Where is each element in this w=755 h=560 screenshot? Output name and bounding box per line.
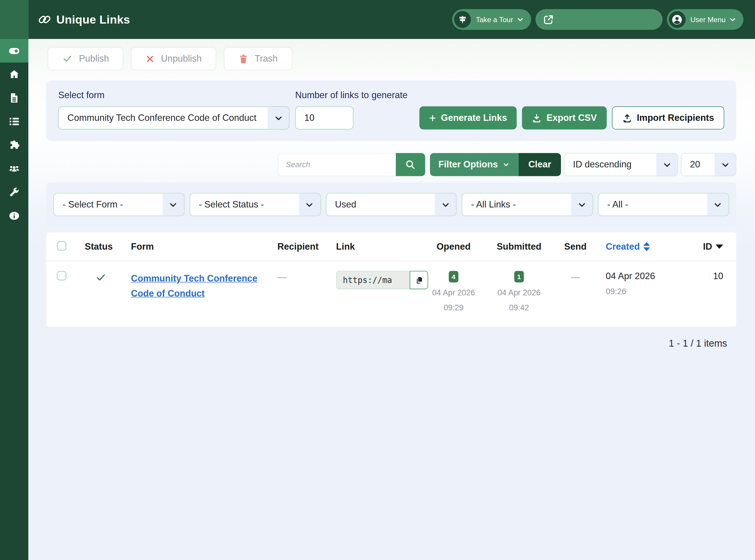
import-recipients-label: Import Recipients [637, 113, 714, 123]
chevron-down-icon [516, 15, 524, 24]
created-date: 04 Apr 2026 [606, 271, 679, 281]
filter-used-select[interactable]: Used [326, 193, 457, 216]
form-link[interactable]: Community Tech Conference Code of Conduc… [131, 271, 277, 301]
page-size-select[interactable]: 20 [681, 153, 736, 176]
chevron-down-icon [299, 193, 320, 216]
sidebar-item-forms[interactable] [0, 86, 28, 109]
sidebar-item-addons[interactable] [0, 133, 28, 157]
col-id-label: ID [703, 241, 712, 252]
sidebar-item-users[interactable] [0, 157, 28, 180]
export-csv-button[interactable]: Export CSV [522, 106, 607, 129]
col-created-sort[interactable]: Created [596, 241, 679, 252]
submitted-count-badge: 1 [514, 271, 524, 282]
caret-down-icon [715, 244, 723, 249]
created-time: 09:26 [606, 287, 679, 297]
sort-icon [643, 242, 650, 251]
search-button[interactable] [395, 153, 425, 176]
chevron-down-icon [502, 161, 510, 168]
search-icon [404, 159, 416, 171]
link-chain-icon [38, 13, 51, 26]
col-form: Form [131, 241, 277, 252]
filter-status-value: - Select Status - [199, 199, 264, 210]
home-icon [8, 69, 20, 80]
filter-all-select[interactable]: - All - [598, 193, 729, 216]
opened-count-badge: 4 [449, 271, 458, 282]
trash-icon [238, 54, 248, 64]
search-input[interactable] [277, 153, 395, 176]
select-all-checkbox[interactable] [57, 241, 67, 251]
user-menu-button[interactable]: User Menu [667, 9, 743, 30]
sidebar-item-home[interactable] [0, 62, 28, 86]
filter-status-select[interactable]: - Select Status - [190, 193, 321, 216]
chevron-down-icon [571, 193, 593, 216]
export-csv-label: Export CSV [546, 113, 597, 123]
form-select[interactable]: Community Tech Conference Code of Conduc… [58, 106, 290, 129]
page-title: Unique Links [56, 13, 130, 26]
filter-form-select[interactable]: - Select Form - [53, 193, 184, 216]
status-published-check-icon [95, 272, 131, 283]
page-size-value: 20 [690, 159, 700, 170]
document-icon [8, 92, 20, 103]
wrench-icon [8, 186, 20, 198]
publish-button[interactable]: Publish [48, 47, 123, 70]
import-recipients-button[interactable]: Import Recipients [612, 106, 724, 129]
link-url: https://ma [336, 271, 410, 289]
info-icon [8, 210, 20, 221]
content-area: Publish Unpublish Trash [28, 39, 755, 560]
col-send: Send [555, 241, 596, 252]
trash-button[interactable]: Trash [224, 47, 292, 70]
user-menu-label: User Menu [691, 15, 726, 24]
take-a-tour-label: Take a Tour [476, 15, 513, 24]
number-of-links-input[interactable] [295, 106, 354, 129]
list-icon [8, 116, 20, 127]
copy-icon [414, 276, 424, 285]
external-link-icon [542, 14, 554, 25]
filter-options-button[interactable]: Filter Options [430, 153, 519, 176]
sidebar-logo-square [0, 0, 28, 39]
sort-order-select[interactable]: ID descending [564, 153, 678, 176]
unpublish-button[interactable]: Unpublish [131, 47, 216, 70]
col-opened: Opened [424, 241, 483, 252]
unpublish-label: Unpublish [161, 53, 202, 64]
download-icon [531, 113, 541, 123]
link-widget: https://ma [336, 271, 428, 289]
trash-label: Trash [254, 53, 277, 64]
open-form-button[interactable] [535, 9, 662, 30]
submitted-cell: 1 04 Apr 2026 09:42 [483, 271, 555, 312]
take-a-tour-button[interactable]: Take a Tour [452, 9, 531, 30]
chevron-down-icon [268, 107, 289, 129]
users-icon [8, 163, 20, 174]
filter-links-select[interactable]: - All Links - [462, 193, 593, 216]
chevron-down-icon [729, 15, 737, 24]
col-submitted: Submitted [483, 241, 555, 252]
select-form-label: Select form [58, 90, 290, 100]
send-value: — [555, 272, 596, 282]
sidebar-item-info[interactable] [0, 204, 28, 227]
sidebar-item-tools[interactable] [0, 180, 28, 204]
col-status: Status [85, 241, 131, 252]
clear-filters-button[interactable]: Clear [519, 153, 561, 176]
filter-form-value: - Select Form - [62, 199, 123, 210]
bulk-actions-row: Publish Unpublish Trash [28, 39, 755, 70]
sidebar-item-unique-links[interactable] [0, 39, 28, 62]
chevron-down-icon [715, 154, 736, 176]
upload-icon [622, 113, 632, 123]
col-id-sort[interactable]: ID [703, 241, 723, 252]
row-checkbox[interactable] [57, 271, 67, 281]
plus-icon: + [429, 112, 436, 124]
user-avatar-icon [669, 11, 685, 28]
top-header: Unique Links Take a Tour [28, 0, 755, 39]
created-cell: 04 Apr 2026 09:26 [596, 271, 679, 297]
submitted-date: 04 Apr 2026 [498, 288, 540, 297]
col-link: Link [336, 241, 424, 252]
opened-date: 04 Apr 2026 [432, 288, 475, 297]
filter-all-value: - All - [607, 199, 628, 210]
unique-links-app: Unique Links Take a Tour [0, 0, 755, 560]
brand: Unique Links [38, 13, 130, 26]
opened-time: 09:29 [444, 303, 463, 313]
generate-links-button[interactable]: + Generate Links [419, 106, 517, 129]
filter-panel: - Select Form - - Select Status - Used [46, 182, 736, 227]
sidebar-item-entries[interactable] [0, 109, 28, 133]
chevron-down-icon [435, 193, 456, 216]
table-row: Community Tech Conference Code of Conduc… [46, 261, 736, 327]
